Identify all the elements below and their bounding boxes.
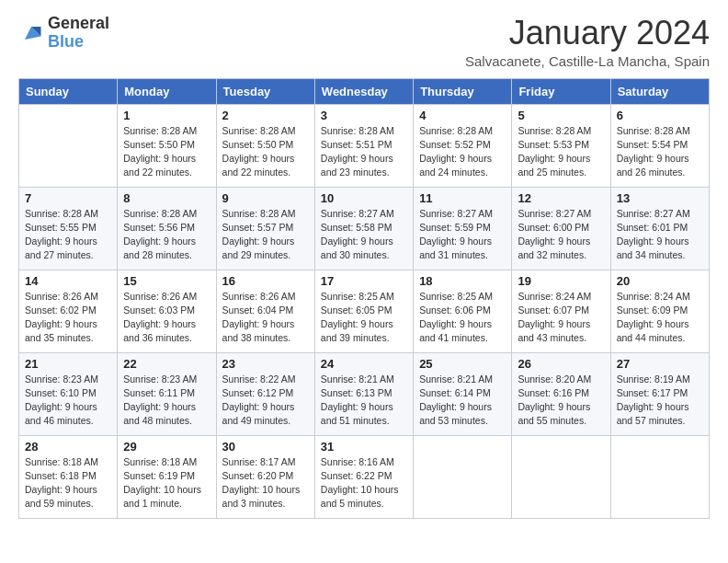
table-row: 24 Sunrise: 8:21 AMSunset: 6:13 PMDaylig…: [314, 352, 413, 435]
table-row: 21 Sunrise: 8:23 AMSunset: 6:10 PMDaylig…: [19, 352, 118, 435]
day-number: 24: [321, 357, 407, 371]
day-number: 29: [123, 440, 210, 454]
day-info: Sunrise: 8:27 AMSunset: 5:58 PMDaylight:…: [321, 208, 394, 261]
day-number: 6: [617, 109, 703, 122]
day-info: Sunrise: 8:21 AMSunset: 6:14 PMDaylight:…: [419, 373, 493, 427]
calendar-page: General Blue January 2024 Salvacanete, C…: [0, 0, 728, 563]
table-row: 17 Sunrise: 8:25 AMSunset: 6:05 PMDaylig…: [314, 270, 413, 352]
week-row-4: 28 Sunrise: 8:18 AMSunset: 6:18 PMDaylig…: [19, 435, 710, 518]
week-row-2: 14 Sunrise: 8:26 AMSunset: 6:02 PMDaylig…: [19, 270, 710, 352]
col-sunday: Sunday: [19, 78, 118, 104]
day-number: 31: [321, 440, 407, 454]
day-info: Sunrise: 8:28 AMSunset: 5:51 PMDaylight:…: [321, 125, 394, 178]
table-row: 6 Sunrise: 8:28 AMSunset: 5:54 PMDayligh…: [610, 104, 709, 187]
week-row-0: 1 Sunrise: 8:28 AMSunset: 5:50 PMDayligh…: [19, 104, 710, 187]
table-row: 9 Sunrise: 8:28 AMSunset: 5:57 PMDayligh…: [216, 187, 314, 270]
table-row: 22 Sunrise: 8:23 AMSunset: 6:11 PMDaylig…: [118, 352, 216, 435]
day-info: Sunrise: 8:19 AMSunset: 6:17 PMDaylight:…: [617, 373, 690, 427]
header-row: Sunday Monday Tuesday Wednesday Thursday…: [19, 78, 710, 104]
day-number: 17: [321, 274, 407, 288]
table-row: [414, 435, 512, 518]
table-row: 3 Sunrise: 8:28 AMSunset: 5:51 PMDayligh…: [314, 104, 413, 187]
day-number: 25: [419, 357, 506, 371]
col-wednesday: Wednesday: [314, 78, 413, 104]
table-row: 2 Sunrise: 8:28 AMSunset: 5:50 PMDayligh…: [216, 104, 314, 187]
day-info: Sunrise: 8:28 AMSunset: 5:50 PMDaylight:…: [222, 125, 296, 178]
col-tuesday: Tuesday: [216, 78, 314, 104]
table-row: 29 Sunrise: 8:18 AMSunset: 6:19 PMDaylig…: [118, 435, 216, 518]
table-row: [512, 435, 610, 518]
day-number: 1: [123, 109, 210, 122]
table-row: 13 Sunrise: 8:27 AMSunset: 6:01 PMDaylig…: [610, 187, 709, 270]
day-info: Sunrise: 8:26 AMSunset: 6:02 PMDaylight:…: [25, 291, 98, 344]
table-row: 23 Sunrise: 8:22 AMSunset: 6:12 PMDaylig…: [216, 352, 314, 435]
table-row: 12 Sunrise: 8:27 AMSunset: 6:00 PMDaylig…: [512, 187, 610, 270]
table-row: 27 Sunrise: 8:19 AMSunset: 6:17 PMDaylig…: [610, 352, 709, 435]
day-info: Sunrise: 8:25 AMSunset: 6:06 PMDaylight:…: [419, 291, 493, 344]
day-number: 12: [518, 191, 604, 205]
day-info: Sunrise: 8:20 AMSunset: 6:16 PMDaylight:…: [518, 373, 591, 427]
day-info: Sunrise: 8:28 AMSunset: 5:53 PMDaylight:…: [518, 125, 591, 178]
table-row: 18 Sunrise: 8:25 AMSunset: 6:06 PMDaylig…: [414, 270, 512, 352]
day-number: 27: [617, 357, 703, 371]
table-row: 16 Sunrise: 8:26 AMSunset: 6:04 PMDaylig…: [216, 270, 314, 352]
day-number: 11: [419, 191, 506, 205]
day-info: Sunrise: 8:18 AMSunset: 6:18 PMDaylight:…: [25, 456, 98, 510]
day-info: Sunrise: 8:24 AMSunset: 6:07 PMDaylight:…: [518, 291, 591, 344]
day-info: Sunrise: 8:18 AMSunset: 6:19 PMDaylight:…: [123, 456, 201, 510]
table-row: 28 Sunrise: 8:18 AMSunset: 6:18 PMDaylig…: [19, 435, 118, 518]
day-number: 16: [222, 274, 309, 288]
calendar-table: Sunday Monday Tuesday Wednesday Thursday…: [18, 78, 710, 519]
table-row: 31 Sunrise: 8:16 AMSunset: 6:22 PMDaylig…: [314, 435, 413, 518]
logo-text: General Blue: [48, 15, 109, 52]
table-row: 20 Sunrise: 8:24 AMSunset: 6:09 PMDaylig…: [610, 270, 709, 352]
day-number: 21: [25, 357, 111, 371]
table-row: 7 Sunrise: 8:28 AMSunset: 5:55 PMDayligh…: [19, 187, 118, 270]
day-number: 7: [25, 191, 111, 205]
table-row: 25 Sunrise: 8:21 AMSunset: 6:14 PMDaylig…: [414, 352, 512, 435]
day-info: Sunrise: 8:26 AMSunset: 6:03 PMDaylight:…: [123, 291, 197, 344]
day-number: 15: [123, 274, 210, 288]
day-number: 9: [222, 191, 309, 205]
month-title: January 2024: [465, 15, 710, 52]
col-friday: Friday: [512, 78, 610, 104]
logo: General Blue: [18, 15, 109, 52]
day-info: Sunrise: 8:27 AMSunset: 6:01 PMDaylight:…: [617, 208, 690, 261]
table-row: 4 Sunrise: 8:28 AMSunset: 5:52 PMDayligh…: [414, 104, 512, 187]
day-number: 30: [222, 440, 309, 454]
day-number: 8: [123, 191, 210, 205]
table-row: 10 Sunrise: 8:27 AMSunset: 5:58 PMDaylig…: [314, 187, 413, 270]
day-info: Sunrise: 8:21 AMSunset: 6:13 PMDaylight:…: [321, 373, 394, 427]
day-number: 19: [518, 274, 604, 288]
table-row: 14 Sunrise: 8:26 AMSunset: 6:02 PMDaylig…: [19, 270, 118, 352]
logo-general: General: [48, 15, 109, 33]
day-info: Sunrise: 8:16 AMSunset: 6:22 PMDaylight:…: [321, 456, 399, 510]
day-info: Sunrise: 8:28 AMSunset: 5:54 PMDaylight:…: [617, 125, 690, 178]
col-thursday: Thursday: [414, 78, 512, 104]
day-number: 23: [222, 357, 309, 371]
day-info: Sunrise: 8:27 AMSunset: 6:00 PMDaylight:…: [518, 208, 591, 261]
day-number: 3: [321, 109, 407, 122]
day-number: 13: [617, 191, 703, 205]
day-info: Sunrise: 8:23 AMSunset: 6:10 PMDaylight:…: [25, 373, 98, 427]
header: General Blue January 2024 Salvacanete, C…: [18, 15, 710, 69]
day-info: Sunrise: 8:28 AMSunset: 5:56 PMDaylight:…: [123, 208, 197, 261]
day-number: 28: [25, 440, 111, 454]
table-row: 11 Sunrise: 8:27 AMSunset: 5:59 PMDaylig…: [414, 187, 512, 270]
table-row: 1 Sunrise: 8:28 AMSunset: 5:50 PMDayligh…: [118, 104, 216, 187]
table-row: 19 Sunrise: 8:24 AMSunset: 6:07 PMDaylig…: [512, 270, 610, 352]
week-row-3: 21 Sunrise: 8:23 AMSunset: 6:10 PMDaylig…: [19, 352, 710, 435]
week-row-1: 7 Sunrise: 8:28 AMSunset: 5:55 PMDayligh…: [19, 187, 710, 270]
day-number: 10: [321, 191, 407, 205]
col-saturday: Saturday: [610, 78, 709, 104]
day-info: Sunrise: 8:28 AMSunset: 5:57 PMDaylight:…: [222, 208, 296, 261]
table-row: 30 Sunrise: 8:17 AMSunset: 6:20 PMDaylig…: [216, 435, 314, 518]
table-row: 5 Sunrise: 8:28 AMSunset: 5:53 PMDayligh…: [512, 104, 610, 187]
table-row: 26 Sunrise: 8:20 AMSunset: 6:16 PMDaylig…: [512, 352, 610, 435]
day-info: Sunrise: 8:23 AMSunset: 6:11 PMDaylight:…: [123, 373, 197, 427]
day-number: 20: [617, 274, 703, 288]
day-info: Sunrise: 8:28 AMSunset: 5:55 PMDaylight:…: [25, 208, 98, 261]
day-number: 22: [123, 357, 210, 371]
table-row: 15 Sunrise: 8:26 AMSunset: 6:03 PMDaylig…: [118, 270, 216, 352]
day-number: 26: [518, 357, 604, 371]
